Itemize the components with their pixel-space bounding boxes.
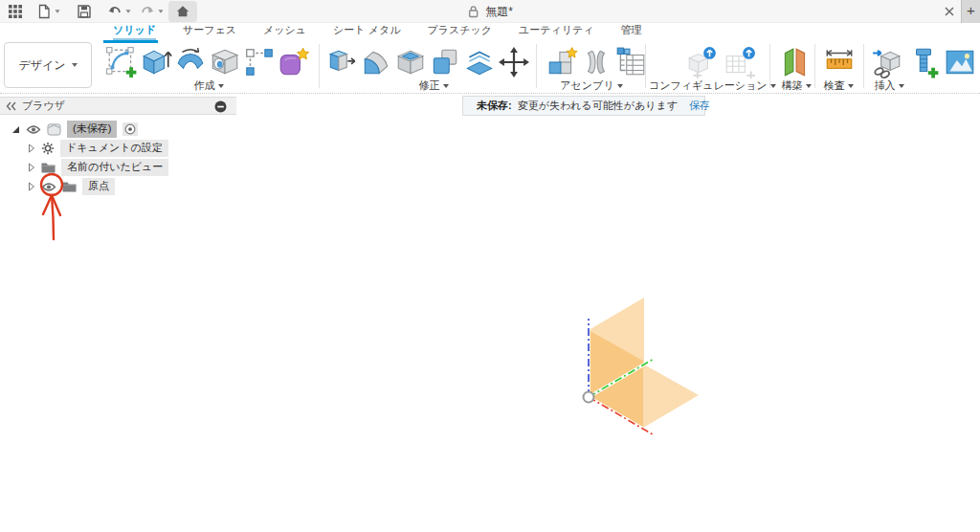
workspace-caret-icon — [72, 63, 78, 67]
inspect-caret-icon — [848, 84, 854, 88]
active-tool-indicator — [103, 40, 158, 43]
press-pull-icon[interactable] — [325, 46, 358, 78]
browser-root-row[interactable]: (未保存) — [11, 122, 138, 137]
construct-plane-icon[interactable] — [779, 46, 812, 78]
home-icon — [176, 5, 189, 18]
tree-item-label[interactable]: 原点 — [82, 178, 115, 195]
group-divider — [769, 44, 770, 88]
collapse-panel-icon[interactable] — [6, 101, 17, 111]
group-divider — [645, 44, 646, 88]
gear-icon — [41, 142, 55, 155]
modify-caret-icon — [443, 84, 449, 88]
create-sketch-icon[interactable] — [105, 46, 138, 78]
fillet-icon[interactable] — [360, 46, 392, 78]
tree-item-label[interactable]: ドキュメントの設定 — [60, 140, 168, 157]
construct-caret-icon — [806, 84, 812, 88]
tab-mesh[interactable]: メッシュ — [263, 23, 306, 40]
workspace-label: デザイン — [18, 57, 65, 74]
group-divider — [319, 44, 320, 88]
configure-group-label[interactable]: コンフィギュレーション — [649, 78, 766, 93]
inspect-group-label[interactable]: 検査 — [815, 78, 861, 93]
warning-label: 未保存: — [477, 99, 512, 113]
offset-face-icon[interactable] — [463, 46, 496, 78]
redo-dropdown-caret-icon[interactable] — [158, 10, 163, 12]
tab-plastic[interactable]: プラスチック — [427, 23, 492, 40]
root-document-label[interactable]: (未保存) — [67, 121, 117, 138]
warning-message: 変更が失われる可能性があります — [518, 99, 678, 113]
app-grid-icon[interactable] — [8, 4, 23, 19]
undo-icon[interactable] — [107, 4, 122, 19]
tree-expanded-icon[interactable] — [11, 125, 20, 134]
group-divider — [863, 44, 864, 88]
tree-collapsed-icon[interactable] — [28, 144, 35, 153]
new-tab-label: + — [967, 2, 975, 18]
browser-collapse-button[interactable] — [214, 100, 227, 113]
radio-icon — [124, 123, 136, 135]
configure-icon[interactable] — [685, 46, 718, 78]
tab-sheet-metal[interactable]: シート メタル — [333, 23, 400, 40]
topbar: 無題* + — [0, 0, 980, 23]
tree-item-document-settings[interactable]: ドキュメントの設定 — [28, 141, 168, 156]
workspace-selector[interactable]: デザイン — [4, 42, 92, 88]
canvas-icon[interactable] — [944, 46, 976, 78]
origin-point[interactable] — [584, 392, 594, 403]
save-icon[interactable] — [77, 4, 92, 19]
assemble-caret-icon — [617, 84, 623, 88]
undo-dropdown-caret-icon[interactable] — [125, 10, 130, 12]
visibility-eye-icon[interactable] — [26, 124, 41, 135]
modify-group-label[interactable]: 修正 — [325, 78, 542, 93]
close-icon[interactable] — [942, 4, 957, 19]
pattern-icon[interactable] — [243, 46, 276, 78]
save-link[interactable]: 保存 — [689, 99, 710, 113]
tab-manage[interactable]: 管理 — [621, 23, 642, 40]
browser-title: ブラウザ — [22, 99, 65, 113]
extrude-icon[interactable] — [140, 46, 172, 78]
origin-planes-graphic[interactable] — [560, 277, 713, 448]
new-component-icon[interactable] — [546, 46, 578, 78]
fusion-window: 無題* + ソリッド サーフェス メッシュ シート メタル プラスチック ユーテ… — [0, 0, 980, 532]
insert-derive-icon[interactable] — [871, 46, 903, 78]
toolbar: デザイン 作成 — [0, 40, 980, 94]
ribbon-tabs: ソリッド サーフェス メッシュ シート メタル プラスチック ユーティリティ 管… — [0, 24, 980, 40]
create-caret-icon — [218, 84, 224, 88]
insert-group-label[interactable]: 挿入 — [867, 78, 911, 93]
document-title: 無題* — [485, 4, 513, 20]
assemble-group-label[interactable]: アセンブリ — [542, 78, 641, 93]
tab-surface[interactable]: サーフェス — [183, 23, 236, 40]
tab-utilities[interactable]: ユーティリティ — [519, 23, 594, 40]
lock-icon — [467, 5, 479, 18]
combine-icon[interactable] — [429, 46, 461, 78]
redo-icon[interactable] — [140, 4, 155, 19]
revolve-icon[interactable] — [174, 46, 207, 78]
measure-icon[interactable] — [823, 46, 856, 78]
parts-list-icon[interactable] — [614, 46, 647, 78]
file-new-icon[interactable] — [36, 4, 52, 19]
hole-icon[interactable] — [209, 46, 241, 78]
move-icon[interactable] — [498, 46, 530, 78]
shell-icon[interactable] — [394, 46, 427, 78]
home-button[interactable] — [168, 1, 197, 22]
tab-solid[interactable]: ソリッド — [113, 23, 156, 40]
document-tab[interactable]: 無題* — [467, 0, 513, 23]
unsaved-warning-bar: 未保存: 変更が失われる可能性があります 保存 — [462, 96, 705, 116]
configuration-table-icon[interactable] — [724, 46, 756, 78]
insert-fastener-icon[interactable] — [907, 46, 940, 78]
create-form-icon[interactable] — [278, 46, 310, 78]
annotation-circle-arrow — [31, 170, 78, 247]
insert-caret-icon — [899, 84, 904, 88]
browser-header: ブラウザ — [0, 97, 236, 115]
activate-component-radio[interactable] — [122, 122, 138, 136]
file-dropdown-caret-icon[interactable] — [55, 10, 59, 12]
group-divider — [536, 44, 537, 88]
component-cube-icon[interactable] — [47, 122, 61, 136]
joint-icon[interactable] — [580, 46, 612, 78]
new-tab-button[interactable]: + — [961, 0, 980, 23]
create-group-label[interactable]: 作成 — [105, 78, 312, 93]
